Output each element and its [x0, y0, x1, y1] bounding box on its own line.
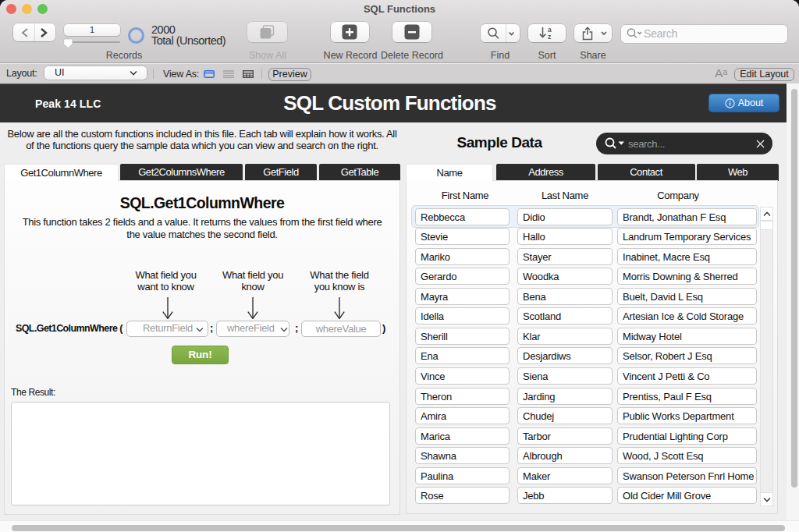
- svg-text:z: z: [548, 33, 551, 41]
